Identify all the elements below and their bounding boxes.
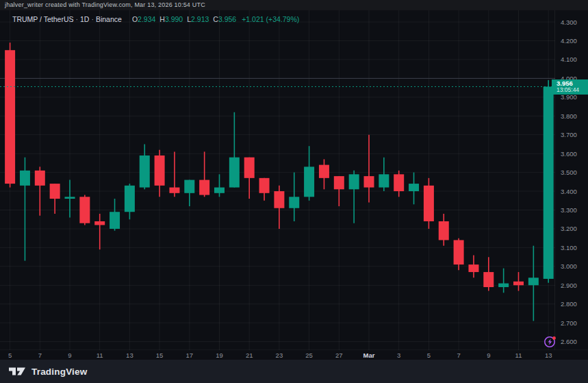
brand-bar: TradingView bbox=[0, 360, 588, 383]
legend-separator: · bbox=[73, 15, 80, 23]
price-tick-label: 3.300 bbox=[561, 206, 577, 214]
time-tick-label: 13 bbox=[545, 351, 552, 359]
candle-body bbox=[409, 184, 419, 191]
price-tick-label: 2.800 bbox=[561, 300, 577, 308]
candle-body bbox=[274, 191, 284, 208]
price-axis[interactable]: 3.956 13:05:44 4.3004.2004.1004.0003.900… bbox=[554, 10, 588, 350]
candle-body bbox=[483, 272, 494, 287]
high-value: 3.990 bbox=[165, 15, 183, 23]
ohlc-values: O2.934H3.990L2.913C3.956 bbox=[128, 15, 236, 23]
chart-plot[interactable] bbox=[0, 10, 555, 350]
candle-body bbox=[169, 188, 179, 193]
time-tick-label: 11 bbox=[515, 351, 522, 359]
price-tick-label: 4.300 bbox=[561, 18, 577, 26]
candle-body bbox=[214, 188, 225, 193]
legend-separator: · bbox=[89, 15, 96, 23]
time-tick-label: 9 bbox=[68, 351, 71, 359]
candle-body bbox=[468, 264, 478, 272]
time-tick-label: 15 bbox=[156, 351, 164, 359]
time-tick-label: 3 bbox=[397, 351, 400, 359]
candle-body bbox=[5, 50, 15, 184]
candle-body bbox=[125, 186, 135, 212]
price-tick-label: 2.900 bbox=[561, 282, 577, 289]
time-tick-label: 5 bbox=[427, 351, 431, 359]
change-value: +1.021 (+34.79%) bbox=[242, 15, 299, 23]
close-letter: C bbox=[213, 15, 218, 23]
time-tick-label: 27 bbox=[335, 351, 343, 359]
candle-body bbox=[20, 171, 30, 186]
time-tick-label: 21 bbox=[246, 351, 253, 359]
instant-data-icon[interactable] bbox=[543, 334, 558, 349]
candle-body bbox=[110, 212, 120, 229]
time-tick-label: Mar bbox=[363, 351, 375, 359]
time-tick-label: 17 bbox=[186, 351, 194, 359]
candle-body bbox=[513, 282, 524, 285]
candle-body bbox=[244, 158, 255, 178]
exchange-label: Binance bbox=[96, 15, 122, 23]
price-tick-label: 3.000 bbox=[561, 262, 577, 270]
candle-body bbox=[334, 176, 344, 189]
candle-body bbox=[424, 186, 434, 221]
price-tick-label: 4.200 bbox=[561, 37, 577, 45]
price-tick-label: 2.600 bbox=[561, 338, 577, 345]
candle-body bbox=[498, 284, 509, 287]
open-value: 2.934 bbox=[138, 15, 155, 23]
candle-body bbox=[94, 221, 105, 225]
candle-body bbox=[35, 171, 45, 186]
alert-dot bbox=[552, 336, 556, 340]
candle-body bbox=[50, 184, 60, 199]
time-tick-label: 25 bbox=[305, 351, 313, 359]
time-tick-label: 13 bbox=[126, 351, 133, 359]
price-tick-label: 3.100 bbox=[561, 244, 577, 251]
time-tick-label: 5 bbox=[8, 351, 12, 359]
candle-body bbox=[184, 180, 194, 193]
price-tick-label: 3.500 bbox=[561, 169, 577, 176]
chart-region: TRUMP / TetherUS·1D·BinanceO2.934H3.990L… bbox=[0, 10, 588, 360]
time-tick-label: 23 bbox=[276, 351, 283, 359]
candle-body bbox=[454, 240, 464, 264]
candle-body bbox=[140, 156, 150, 188]
attribution-bar: jhalver_writer created with TradingView.… bbox=[0, 0, 588, 10]
symbol-name[interactable]: TRUMP / TetherUS bbox=[12, 15, 73, 23]
open-letter: O bbox=[132, 15, 138, 23]
candle-body bbox=[364, 176, 374, 187]
candle-body bbox=[155, 156, 165, 186]
time-tick-label: 19 bbox=[216, 351, 223, 359]
low-value: 2.913 bbox=[191, 15, 209, 23]
time-tick-label: 9 bbox=[487, 351, 490, 359]
candle-body bbox=[229, 158, 240, 188]
interval-label[interactable]: 1D bbox=[80, 15, 89, 23]
time-axis[interactable]: 579111315171921232527Mar35791113 bbox=[0, 349, 588, 360]
close-value: 3.956 bbox=[218, 15, 236, 23]
price-tick-label: 4.100 bbox=[561, 55, 577, 63]
candle-body bbox=[544, 86, 554, 279]
price-tick-label: 3.400 bbox=[561, 188, 577, 195]
time-tick-label: 7 bbox=[38, 351, 42, 359]
candle-body bbox=[439, 221, 449, 240]
last-price-tag: 3.956 13:05:44 bbox=[552, 79, 588, 95]
price-tick-label: 3.600 bbox=[561, 150, 577, 158]
price-tick-label: 3.200 bbox=[561, 225, 577, 232]
tradingview-logo-icon[interactable] bbox=[9, 366, 26, 377]
candle-body bbox=[65, 197, 75, 199]
price-tick-label: 3.700 bbox=[561, 131, 577, 138]
attribution-text: jhalver_writer created with TradingView.… bbox=[5, 1, 205, 8]
bar-countdown: 13:05:44 bbox=[557, 87, 588, 93]
candle-body bbox=[304, 166, 314, 197]
candle-body bbox=[199, 180, 209, 195]
candle-body bbox=[319, 165, 329, 178]
price-tick-label: 2.700 bbox=[561, 319, 577, 327]
symbol-legend[interactable]: TRUMP / TetherUS·1D·BinanceO2.934H3.990L… bbox=[12, 15, 299, 23]
candle-body bbox=[528, 277, 539, 285]
price-tick-label: 3.800 bbox=[561, 112, 577, 120]
candle-body bbox=[259, 178, 270, 193]
tradingview-snapshot: jhalver_writer created with TradingView.… bbox=[0, 0, 588, 383]
candle-body bbox=[394, 174, 404, 191]
candle-body bbox=[79, 197, 90, 223]
brand-name[interactable]: TradingView bbox=[31, 367, 87, 377]
time-tick-label: 11 bbox=[97, 351, 103, 359]
time-tick-label: 7 bbox=[457, 351, 460, 359]
candle-body bbox=[289, 197, 299, 208]
high-letter: H bbox=[159, 15, 165, 23]
candle-body bbox=[349, 174, 359, 189]
